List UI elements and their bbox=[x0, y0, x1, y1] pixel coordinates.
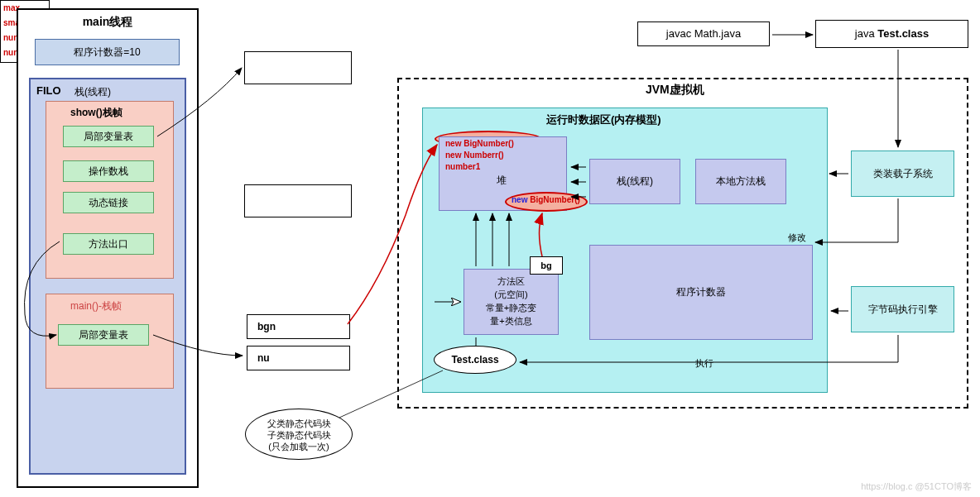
new-bignumber: new BigNumber() bbox=[445, 139, 514, 148]
method-exit: 方法出口 bbox=[63, 233, 154, 255]
operand-stack: 操作数栈 bbox=[63, 160, 154, 182]
jvm-title: JVM虚拟机 bbox=[646, 83, 704, 98]
blank-box-1 bbox=[244, 51, 352, 84]
note-l2: 子类静态代码块 bbox=[246, 429, 352, 441]
bytecode-engine-box: 字节码执行引擎 bbox=[851, 286, 954, 332]
program-counter-large: 程序计数器 bbox=[589, 245, 813, 340]
local-vars-main: 局部变量表 bbox=[58, 324, 149, 346]
ma-l4: 量+类信息 bbox=[464, 314, 558, 327]
watermark: https://blog.c @51CTO博客 bbox=[861, 480, 972, 493]
new-bignumber-inline: new BigNumber() bbox=[512, 195, 580, 204]
local-vars-show: 局部变量表 bbox=[63, 126, 154, 147]
java-class: Test.class bbox=[877, 27, 929, 40]
ma-l2: (元空间) bbox=[464, 288, 558, 301]
native-method-stack-box: 本地方法栈 bbox=[695, 159, 786, 204]
filo-label: FILO bbox=[36, 84, 61, 97]
javac-command: javac Math.java bbox=[637, 22, 770, 46]
show-frame-title: show()栈帧 bbox=[70, 106, 122, 120]
dynamic-link: 动态链接 bbox=[63, 192, 154, 213]
new-kw: new bbox=[512, 195, 530, 204]
filo-sublabel: 栈(线程) bbox=[74, 85, 111, 99]
method-area-box: 方法区 (元空间) 常量+静态变 量+类信息 bbox=[464, 269, 559, 335]
ma-l1: 方法区 bbox=[464, 275, 558, 288]
new-numberr: new Numberr() bbox=[445, 151, 504, 160]
classloader-box: 类装载子系统 bbox=[851, 151, 954, 197]
java-prefix: java bbox=[855, 27, 877, 40]
static-block-note: 父类静态代码块 子类静态代码块 (只会加载一次) bbox=[245, 409, 353, 460]
ma-l3: 常量+静态变 bbox=[464, 301, 558, 314]
exec-label: 执行 bbox=[695, 357, 713, 370]
test-class-oval: Test.class bbox=[434, 346, 516, 374]
java-command: java Test.class bbox=[815, 20, 968, 48]
note-l1: 父类静态代码块 bbox=[246, 418, 352, 429]
note-l3: (只会加载一次) bbox=[246, 441, 352, 452]
main-thread-title: main线程 bbox=[66, 15, 149, 30]
runtime-title: 运行时数据区(内存模型) bbox=[546, 112, 661, 127]
bgn-ref: bgn bbox=[247, 314, 350, 339]
modify-label: 修改 bbox=[788, 232, 806, 244]
stack-thread-box: 栈(线程) bbox=[589, 159, 680, 204]
bg-pointer: bg bbox=[530, 256, 563, 275]
nu-ref: nu bbox=[247, 346, 350, 370]
bignumber-kw: BigNumber() bbox=[530, 195, 580, 204]
blank-box-2 bbox=[244, 184, 352, 217]
number1-ref: number1 bbox=[445, 162, 480, 171]
main-frame-title: main()-栈帧 bbox=[70, 299, 122, 313]
program-counter-small: 程序计数器=10 bbox=[35, 39, 180, 65]
heap-label: 堆 bbox=[497, 174, 507, 188]
